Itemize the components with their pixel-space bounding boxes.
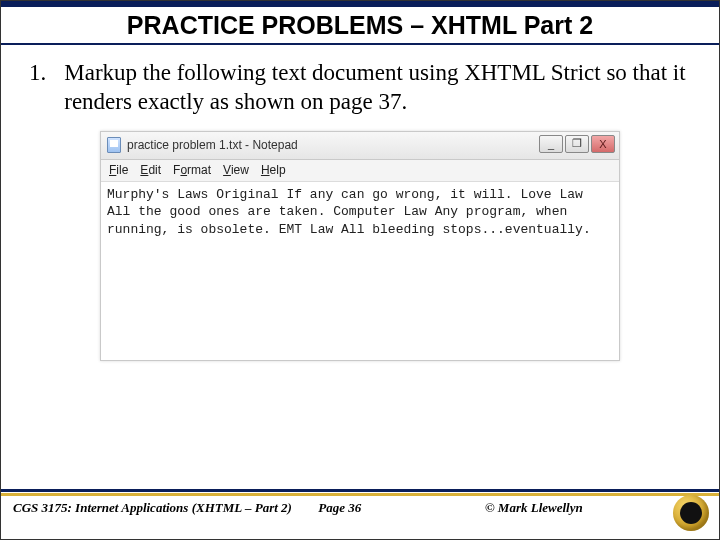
footer-page: Page 36: [318, 500, 485, 516]
top-accent-bar: [1, 1, 719, 7]
notepad-title: practice problem 1.txt - Notepad: [127, 138, 298, 152]
footer-line-navy: [1, 489, 719, 492]
item-text: Markup the following text document using…: [64, 59, 691, 117]
notepad-icon: [107, 137, 121, 153]
maximize-button[interactable]: ❐: [565, 135, 589, 153]
slide-title: PRACTICE PROBLEMS – XHTML Part 2: [1, 11, 719, 40]
window-buttons: _ ❐ X: [539, 135, 615, 153]
slide-body: 1. Markup the following text document us…: [1, 45, 719, 361]
menu-format[interactable]: Format: [173, 163, 211, 177]
footer-course: CGS 3175: Internet Applications (XHTML –…: [13, 500, 318, 516]
menu-view[interactable]: View: [223, 163, 249, 177]
notepad-titlebar[interactable]: practice problem 1.txt - Notepad _ ❐ X: [101, 132, 619, 160]
minimize-button[interactable]: _: [539, 135, 563, 153]
footer-content: CGS 3175: Internet Applications (XHTML –…: [1, 496, 719, 520]
slide: PRACTICE PROBLEMS – XHTML Part 2 1. Mark…: [0, 0, 720, 540]
menu-help[interactable]: Help: [261, 163, 286, 177]
menu-edit[interactable]: Edit: [140, 163, 161, 177]
list-item: 1. Markup the following text document us…: [29, 59, 691, 117]
logo-inner: [680, 502, 702, 524]
ucf-logo: [673, 495, 709, 531]
notepad-content[interactable]: Murphy's Laws Original If any can go wro…: [101, 182, 619, 360]
menu-file[interactable]: File: [109, 163, 128, 177]
footer-author: © Mark Llewellyn: [485, 500, 638, 516]
notepad-menubar: File Edit Format View Help: [101, 160, 619, 182]
item-number: 1.: [29, 59, 46, 117]
slide-footer: CGS 3175: Internet Applications (XHTML –…: [1, 489, 719, 539]
close-button[interactable]: X: [591, 135, 615, 153]
notepad-window: practice problem 1.txt - Notepad _ ❐ X F…: [100, 131, 620, 361]
